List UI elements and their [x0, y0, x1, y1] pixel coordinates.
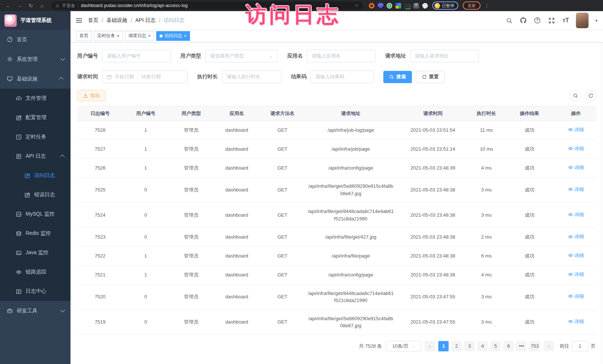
app-name-input[interactable]: 请输入应用名 [307, 50, 376, 62]
tag-job-log[interactable]: 调度日志× [125, 31, 154, 41]
sidebar-toggle-icon[interactable] [76, 18, 82, 23]
not-secure-label[interactable]: 不安全 [62, 3, 75, 9]
cell-actions: 详细 [556, 247, 596, 266]
user-menu-caret-icon[interactable]: ▾ [595, 18, 597, 23]
breadcrumb-home[interactable]: 首页 [88, 17, 98, 24]
sidebar-item-infrastructure[interactable]: 基础设施 [0, 69, 71, 89]
page-url[interactable]: dashboard.yudao.iocoder.cn/infra/log/api… [81, 3, 188, 8]
sidebar-item-home[interactable]: 首页 [0, 30, 71, 49]
breadcrumb-api-log[interactable]: API 日志 [135, 17, 155, 24]
search-icon[interactable] [505, 17, 513, 24]
help-icon[interactable] [534, 17, 541, 24]
sidebar-item-config-management[interactable]: 配置管理 [0, 108, 71, 127]
extension-icon-person[interactable] [413, 3, 419, 9]
col-request-time: 请求时间 [396, 106, 469, 121]
app-logo-row[interactable]: 芋道管理系统 [0, 11, 71, 30]
sidebar-item-redis-monitor[interactable]: Redis 监控 [0, 224, 71, 243]
user-avatar[interactable] [576, 13, 589, 28]
sidebar-item-label: 研发工具 [17, 308, 37, 314]
page-number-button[interactable]: 2 [451, 341, 462, 351]
extension-icon-green-circle[interactable] [387, 3, 392, 9]
export-button[interactable]: 导出 [77, 90, 106, 101]
detail-link[interactable]: 详细 [568, 233, 584, 240]
chevron-down-icon [60, 308, 65, 312]
user-id-input[interactable]: 请输入用户编号 [102, 50, 171, 62]
eye-icon [568, 165, 573, 170]
browser-reload-icon[interactable]: ↻ [26, 0, 36, 11]
cell-duration: 3 ms [469, 177, 504, 203]
sidebar-item-log-center[interactable]: 日志中心 [0, 282, 71, 301]
github-icon[interactable] [520, 17, 527, 24]
sidebar-item-access-log[interactable]: 访问日志 [0, 166, 71, 185]
page-number-button[interactable]: ••• [516, 341, 527, 351]
date-range-picker[interactable]: 开始日期 - 结束日期 [102, 70, 187, 83]
sidebar-item-api-log[interactable]: API 日志 [0, 147, 71, 166]
page-number-button[interactable]: 1 [438, 341, 449, 351]
detail-link[interactable]: 详细 [568, 252, 584, 259]
detail-link[interactable]: 详细 [568, 145, 584, 153]
page-content: 用户编号 请输入用户编号 用户类型 请选择用户类型⌄ 应用名 请输入应用名 请求… [71, 42, 603, 364]
prev-page-button[interactable]: ‹ [425, 341, 435, 351]
detail-link[interactable]: 详细 [568, 293, 584, 300]
sidebar-menu: 首页 系统管理 基础设施 文件管理 配置管理 [0, 30, 71, 321]
font-size-icon[interactable]: ᴛT [562, 17, 569, 24]
tag-scheduled-jobs[interactable]: 定时任务× [94, 31, 123, 41]
breadcrumb-infra[interactable]: 基础设施 [106, 17, 127, 24]
sidebar-item-devtools[interactable]: 研发工具 [0, 301, 71, 321]
page-size-select[interactable]: 10条/页 ⌄ [386, 341, 421, 351]
sidebar-item-link-tracing[interactable]: 链路追踪 [0, 262, 71, 282]
tag-home[interactable]: 首页 [76, 31, 92, 41]
extension-icon-grid[interactable] [404, 3, 410, 9]
extension-icon-pinwheel[interactable] [422, 3, 428, 9]
extension-icon-shield[interactable] [378, 3, 383, 9]
toggle-search-button[interactable] [570, 90, 581, 101]
sidebar-item-scheduled-jobs[interactable]: 定时任务 [0, 127, 71, 147]
close-icon[interactable]: × [117, 34, 119, 38]
browser-toolbar: ← → ↻ ⌂ ⚠ 不安全 dashboard.yudao.iocoder.cn… [0, 0, 603, 11]
sidebar-item-system[interactable]: 系统管理 [0, 49, 71, 69]
duration-input[interactable]: 请输入执行时长 [222, 70, 281, 83]
sidebar-item-error-log[interactable]: 错误日志 [0, 185, 71, 204]
page-number-button[interactable]: 753 [529, 341, 540, 351]
page-number-button[interactable]: 3 [464, 341, 475, 351]
reset-button[interactable]: 重置 [416, 71, 445, 83]
page-number-button[interactable]: 5 [490, 341, 501, 351]
profile-paused-badge[interactable]: 已暂停 [432, 1, 458, 10]
detail-link[interactable]: 详细 [568, 164, 584, 171]
sidebar-item-mysql-monitor[interactable]: MySQL 监控 [0, 204, 71, 224]
close-icon[interactable]: × [184, 34, 187, 38]
scrollbar-track[interactable] [600, 42, 603, 364]
cell-result: 成功 [504, 247, 556, 266]
detail-link[interactable]: 详细 [568, 271, 584, 278]
detail-link[interactable]: 详细 [568, 126, 584, 134]
search-button[interactable]: 搜索 [383, 71, 412, 83]
bookmark-star-icon[interactable]: ☆ [354, 3, 358, 8]
refresh-table-button[interactable] [585, 90, 596, 101]
extension-icon-puzzle[interactable] [396, 3, 401, 9]
request-url-input[interactable]: 请输入请求地址 [410, 50, 479, 62]
browser-update-button[interactable]: 更新 [463, 1, 481, 10]
page-number-button[interactable]: 4 [477, 341, 488, 351]
cell-request-time: 2021-05-03 23:48:38 [396, 228, 469, 247]
page-number-button[interactable]: 6 [503, 341, 514, 351]
col-result: 操作结果 [504, 106, 556, 121]
detail-link[interactable]: 详细 [568, 186, 584, 193]
sidebar-item-file-management[interactable]: 文件管理 [0, 89, 71, 108]
user-type-select[interactable]: 请选择用户类型⌄ [205, 50, 278, 62]
tag-access-log[interactable]: 访问日志× [156, 31, 190, 41]
close-icon[interactable]: × [148, 34, 151, 38]
extension-icon-orange[interactable] [369, 3, 374, 9]
browser-back-icon[interactable]: ← [4, 0, 13, 11]
address-bar[interactable]: ⚠ 不安全 dashboard.yudao.iocoder.cn/infra/l… [51, 1, 363, 10]
fullscreen-icon[interactable] [548, 17, 555, 24]
browser-home-icon[interactable]: ⌂ [37, 0, 47, 11]
breadcrumb: 首页/ 基础设施/ API 日志/ 访问日志 [88, 17, 184, 24]
detail-link[interactable]: 详细 [568, 318, 584, 325]
browser-forward-icon[interactable]: → [15, 0, 24, 11]
detail-link[interactable]: 详细 [568, 211, 584, 219]
browser-menu-icon[interactable]: ⋮ [482, 0, 492, 11]
result-code-input[interactable]: 请输入结果码 [311, 70, 374, 83]
next-page-button[interactable]: › [544, 341, 554, 351]
sidebar-item-java-monitor[interactable]: Java 监控 [0, 243, 71, 262]
goto-page-input[interactable]: 1 [572, 341, 588, 351]
